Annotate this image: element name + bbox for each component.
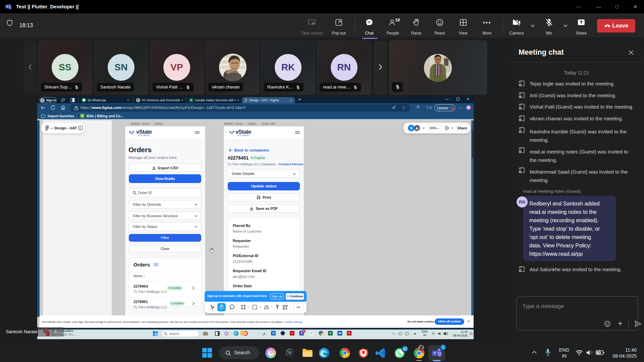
svg-text:T: T	[434, 351, 436, 355]
svg-text:T: T	[6, 5, 8, 8]
